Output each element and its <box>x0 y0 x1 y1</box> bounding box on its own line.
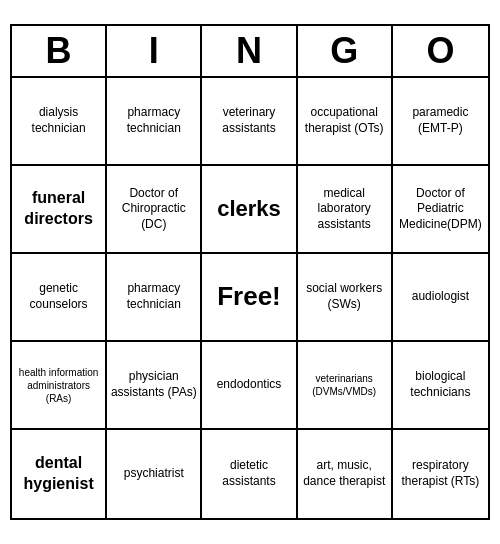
bingo-cell: respiratory therapist (RTs) <box>393 430 488 518</box>
bingo-cell: dental hygienist <box>12 430 107 518</box>
bingo-cell: psychiatrist <box>107 430 202 518</box>
bingo-cell: health information administrators (RAs) <box>12 342 107 430</box>
bingo-cell: audiologist <box>393 254 488 342</box>
bingo-cell: Doctor of Pediatric Medicine(DPM) <box>393 166 488 254</box>
bingo-cell: biological technicians <box>393 342 488 430</box>
header-letter: G <box>298 26 393 76</box>
bingo-cell: endodontics <box>202 342 297 430</box>
bingo-cell: occupational therapist (OTs) <box>298 78 393 166</box>
bingo-cell: pharmacy technician <box>107 254 202 342</box>
bingo-cell: veterinary assistants <box>202 78 297 166</box>
bingo-cell: art, music, dance therapist <box>298 430 393 518</box>
header-letter: B <box>12 26 107 76</box>
bingo-cell: medical laboratory assistants <box>298 166 393 254</box>
bingo-cell: paramedic (EMT-P) <box>393 78 488 166</box>
bingo-cell: dialysis technician <box>12 78 107 166</box>
bingo-cell: clerks <box>202 166 297 254</box>
bingo-card: BINGO dialysis technicianpharmacy techni… <box>10 24 490 520</box>
bingo-cell: dietetic assistants <box>202 430 297 518</box>
bingo-header: BINGO <box>12 26 488 78</box>
header-letter: N <box>202 26 297 76</box>
bingo-cell: genetic counselors <box>12 254 107 342</box>
bingo-cell: veterinarians (DVMs/VMDs) <box>298 342 393 430</box>
bingo-cell: pharmacy technician <box>107 78 202 166</box>
bingo-cell: funeral directors <box>12 166 107 254</box>
header-letter: I <box>107 26 202 76</box>
bingo-cell: Doctor of Chiropractic (DC) <box>107 166 202 254</box>
bingo-cell: physician assistants (PAs) <box>107 342 202 430</box>
bingo-cell: social workers (SWs) <box>298 254 393 342</box>
header-letter: O <box>393 26 488 76</box>
bingo-grid: dialysis technicianpharmacy technicianve… <box>12 78 488 518</box>
bingo-cell: Free! <box>202 254 297 342</box>
